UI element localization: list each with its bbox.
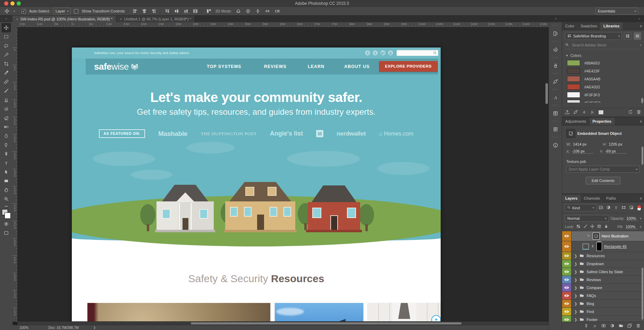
panel-collapse-left-icon[interactable]: « [549, 16, 562, 22]
lock-transparency-icon[interactable] [576, 224, 581, 229]
lock-all-icon[interactable] [604, 224, 608, 229]
layer-row[interactable]: ❯Resources [562, 252, 644, 260]
brush-tool[interactable] [2, 86, 11, 95]
color-swatch[interactable] [567, 100, 580, 103]
tab-layers[interactable]: Layers [562, 195, 581, 202]
distribute-icon[interactable] [205, 8, 212, 14]
layer-row[interactable]: ❯FAQs [562, 292, 644, 300]
layer-comp-dropdown[interactable]: Don't Apply Layer Comp▾ [566, 166, 640, 173]
horizontal-scroll-thumb[interactable] [191, 322, 461, 324]
horizontal-ruler[interactable]: 1501005005010015020025030035040045050055… [17, 22, 549, 27]
auto-select-target-dropdown[interactable]: Layer▾ [53, 8, 71, 15]
align-left-edges-icon[interactable] [132, 8, 138, 14]
tab-color[interactable]: Color [562, 23, 577, 30]
3d-camera-icon[interactable] [274, 8, 281, 14]
filter-pixel-layers-icon[interactable] [599, 205, 603, 210]
layer-visibility-eye-icon[interactable] [562, 252, 571, 260]
foreground-background-swatches[interactable] [2, 209, 11, 219]
3d-pan-icon[interactable] [254, 8, 261, 14]
layers-scrollbar[interactable] [642, 268, 643, 320]
document-tab[interactable]: ×Untitled-1 @ 66.7% (Layer 1, RGB/8*) * [116, 16, 195, 22]
layer-visibility-eye-icon[interactable] [562, 260, 571, 268]
layer-visibility-eye-icon[interactable] [562, 231, 571, 241]
new-layer-icon[interactable] [627, 323, 632, 329]
layer-name[interactable]: Rectangle 45 [604, 244, 627, 249]
filter-shape-layers-icon[interactable] [621, 205, 626, 210]
lock-pixels-icon[interactable] [583, 224, 587, 229]
panel-menu-icon[interactable]: ≡ [640, 118, 642, 125]
pen-tool[interactable] [2, 149, 11, 158]
crop-tool[interactable] [2, 59, 11, 68]
layer-row[interactable]: ❯Dropdown [562, 260, 644, 268]
layer-name[interactable]: Compare [586, 286, 602, 290]
zoom-tool[interactable] [2, 194, 11, 203]
color-swatch[interactable] [567, 76, 580, 82]
group-expand-chevron-icon[interactable]: ❯ [574, 286, 577, 290]
fill-field[interactable]: 100% [626, 225, 637, 229]
layer-row[interactable]: ❯Find [562, 308, 644, 316]
search-chevron-icon[interactable]: ▾ [640, 44, 641, 47]
close-tab-icon[interactable]: × [120, 17, 122, 21]
delete-library-item-icon[interactable] [636, 110, 641, 115]
canvas-vertical-scrollbar[interactable] [545, 83, 548, 104]
layer-name[interactable]: Hero Illustration [602, 234, 628, 238]
library-color-item[interactable]: #AE4332 [562, 83, 644, 91]
more-tools-button[interactable]: ••• [2, 203, 11, 208]
layer-name[interactable]: Resources [586, 254, 605, 258]
layer-visibility-eye-icon[interactable] [562, 276, 571, 284]
layer-row[interactable]: ❯Blog [562, 300, 644, 308]
filter-smart-objects-icon[interactable] [629, 205, 634, 210]
panel-menu-icon[interactable]: ≡ [640, 195, 642, 202]
group-expand-chevron-icon[interactable]: ❯ [574, 278, 577, 282]
library-color-item[interactable]: #88A653 [562, 59, 644, 67]
group-expand-chevron-icon[interactable]: ❯ [574, 310, 577, 314]
lasso-tool[interactable] [2, 41, 11, 50]
healing-tool[interactable] [2, 77, 11, 86]
layer-row[interactable]: ❯Safest Cities by State [562, 268, 644, 276]
align-right-edges-icon[interactable] [150, 8, 157, 14]
add-mask-icon[interactable] [601, 323, 606, 329]
tab-swatches[interactable]: Swatches [577, 23, 600, 30]
tab-channels[interactable]: Channels [581, 195, 603, 202]
eyedropper-tool[interactable] [2, 68, 11, 77]
lock-position-icon[interactable] [590, 224, 594, 229]
properties-scrollbar[interactable] [642, 147, 643, 165]
close-tab-icon[interactable]: × [16, 17, 18, 21]
upload-asset-icon[interactable] [565, 110, 570, 115]
layer-visibility-eye-icon[interactable] [562, 241, 571, 252]
align-horizontal-centers-icon[interactable] [141, 8, 148, 14]
quick-mask-button[interactable] [2, 219, 11, 228]
marquee-tool[interactable] [2, 32, 11, 41]
blend-mode-dropdown[interactable]: Normal▾ [565, 215, 609, 222]
history-panel-icon[interactable] [551, 45, 560, 54]
mask-link-icon[interactable] [591, 244, 594, 249]
color-swatch[interactable] [567, 92, 580, 98]
3d-roll-icon[interactable] [245, 8, 252, 14]
smart-object-thumbnail[interactable] [593, 233, 600, 240]
notes-panel-icon[interactable] [551, 125, 560, 134]
layer-visibility-eye-icon[interactable] [562, 284, 571, 292]
zoom-level-field[interactable]: 100% [19, 326, 28, 330]
delete-layer-icon[interactable] [636, 323, 641, 329]
auto-select-checkbox[interactable]: ✓ [22, 9, 26, 14]
layer-name[interactable]: Dropdown [586, 262, 604, 266]
group-expand-chevron-icon[interactable]: ❯ [574, 262, 577, 266]
layer-row[interactable]: Rectangle 45 [562, 241, 644, 252]
group-expand-chevron-icon[interactable]: ❯ [574, 294, 577, 298]
layer-visibility-eye-icon[interactable] [562, 292, 571, 299]
layer-row[interactable]: ❯Reviews [562, 276, 644, 284]
info-panel-icon[interactable] [551, 141, 560, 150]
list-view-button[interactable] [634, 32, 641, 40]
status-chevron-icon[interactable]: ❯ [93, 326, 96, 329]
distribute-centers-icon[interactable] [192, 8, 199, 14]
color-swatch[interactable] [567, 84, 580, 90]
layer-visibility-eye-icon[interactable] [562, 268, 571, 276]
panel-collapse-right-icon[interactable]: » [636, 16, 643, 22]
layer-comps-panel-icon[interactable] [551, 109, 560, 118]
adobe-stock-search[interactable]: ▾ [565, 43, 641, 49]
layer-name[interactable]: Safest Cities by State [586, 270, 623, 274]
group-expand-chevron-icon[interactable]: ❯ [574, 254, 577, 258]
layer-name[interactable]: Reviews [586, 278, 601, 282]
add-foreground-color-chip[interactable] [598, 110, 604, 115]
gradient-tool[interactable] [2, 122, 11, 131]
